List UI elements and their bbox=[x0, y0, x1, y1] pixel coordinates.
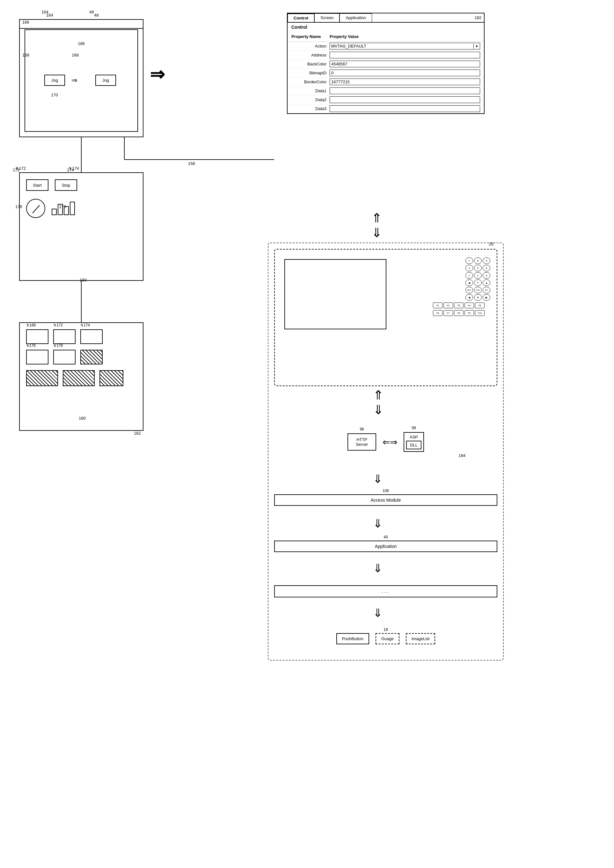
ref-label-168b: 168 bbox=[72, 53, 79, 58]
prop-row-data3: Data3 bbox=[288, 104, 484, 113]
prop-label-backcolor: BackColor bbox=[291, 62, 330, 66]
widget-row-gauge bbox=[26, 199, 136, 218]
bordercolor-input[interactable] bbox=[330, 78, 480, 85]
jog-right-arrow-icon: ⇒ bbox=[71, 76, 77, 84]
prop-label-bitmapid: BitmapID bbox=[291, 70, 330, 75]
icon-palette: ↯168 ↯172 ↯174 ↯176 ↯178 bbox=[19, 322, 143, 431]
action-select-text: MVTAG_DEFAULT bbox=[330, 43, 473, 49]
ref-label-172a2: ↯172 bbox=[15, 166, 26, 171]
prop-value-backcolor[interactable] bbox=[330, 61, 480, 67]
prop-label-action: Action bbox=[291, 44, 330, 48]
start-button[interactable]: Start bbox=[26, 179, 48, 191]
palette-row-2: ↯176 ↯178 bbox=[26, 350, 136, 364]
tab-screen[interactable]: Screen bbox=[314, 13, 340, 22]
screen-editor-inner: 166 Jog ⇒ Jog bbox=[25, 30, 138, 132]
label-166: 166 bbox=[78, 41, 85, 46]
ref-label-180: 180 bbox=[79, 416, 86, 421]
prop-row-data1: Data1 bbox=[288, 87, 484, 95]
ref-label-168a: 168 bbox=[22, 53, 29, 58]
property-tabs: Control Screen Application 182 bbox=[288, 13, 484, 23]
widget-row-buttons: Start Stop bbox=[26, 179, 136, 191]
prop-label-address: Address bbox=[291, 53, 330, 58]
ref-label-170: 170 bbox=[51, 93, 58, 97]
ref-172b: ↯172 bbox=[53, 323, 63, 327]
jog-button-left[interactable]: Jog bbox=[44, 75, 65, 86]
prop-label-data2: Data2 bbox=[291, 97, 330, 102]
palette-item-174 bbox=[80, 329, 103, 344]
palette-item-178 bbox=[53, 350, 76, 364]
ref-label-158: 158 bbox=[188, 161, 195, 166]
ref-label-174a2: ↯174 bbox=[68, 166, 79, 171]
diagram-container: 164 48 166 166 Jog ⇒ Jog 164 48 168 168 … bbox=[0, 0, 614, 868]
ref-168c: ↯168 bbox=[26, 323, 36, 327]
prop-row-bitmapid: BitmapID bbox=[288, 68, 484, 78]
ref-48: 48 bbox=[89, 9, 94, 14]
screen-editor-titlebar: 166 bbox=[20, 20, 143, 29]
prop-value-bordercolor[interactable] bbox=[330, 78, 480, 85]
svg-line-6 bbox=[33, 205, 40, 213]
action-select[interactable]: MVTAG_DEFAULT ▼ bbox=[330, 43, 480, 50]
ref-178b: ↯178 bbox=[53, 343, 63, 348]
ref-label-178a: 178 bbox=[59, 204, 66, 209]
palette-item-hatched-1 bbox=[80, 350, 103, 364]
ref-label-48: 48 bbox=[94, 13, 99, 17]
vert-double-arrow: ⇑ ⇓ bbox=[371, 211, 382, 240]
prop-header: Property Name Property Value bbox=[288, 31, 484, 42]
prop-row-bordercolor: BorderColor bbox=[288, 78, 484, 87]
bar-4 bbox=[70, 202, 75, 215]
screen-editor: 166 166 Jog ⇒ Jog bbox=[19, 19, 143, 137]
data3-input[interactable] bbox=[330, 105, 480, 112]
palette-item-172 bbox=[53, 329, 76, 344]
ref-label-162: 162 bbox=[134, 431, 141, 436]
palette-item-hatched-3 bbox=[63, 370, 95, 386]
palette-item-176 bbox=[26, 350, 48, 364]
stop-button[interactable]: Stop bbox=[55, 179, 77, 191]
prop-value-data1[interactable] bbox=[330, 87, 480, 94]
up-arrow-icon: ⇑ bbox=[371, 211, 382, 225]
property-panel: Control Screen Application 182 Control P… bbox=[287, 13, 485, 114]
ref-label-160: 160 bbox=[80, 278, 87, 282]
editor-title-label: 166 bbox=[20, 19, 32, 26]
prop-value-action: MVTAG_DEFAULT ▼ bbox=[330, 43, 480, 50]
gauge-widget bbox=[26, 199, 45, 218]
prop-label-data1: Data1 bbox=[291, 89, 330, 93]
bitmapid-input[interactable] bbox=[330, 70, 480, 76]
palette-row-1: ↯168 ↯172 ↯174 bbox=[26, 329, 136, 344]
prop-value-data3[interactable] bbox=[330, 105, 480, 112]
palette-item-hatched-2 bbox=[26, 370, 58, 386]
tab-control[interactable]: Control bbox=[288, 13, 314, 22]
address-input[interactable] bbox=[330, 52, 480, 58]
prop-row-backcolor: BackColor bbox=[288, 60, 484, 68]
right-flow-border bbox=[268, 243, 504, 661]
down-arrow-icon: ⇓ bbox=[371, 225, 382, 240]
big-right-arrow-icon: ⇒ bbox=[150, 64, 165, 84]
data2-input[interactable] bbox=[330, 96, 480, 103]
prop-col2-header: Property Value bbox=[330, 34, 480, 39]
prop-row-action: Action MVTAG_DEFAULT ▼ bbox=[288, 42, 484, 51]
prop-value-address[interactable] bbox=[330, 52, 480, 58]
prop-row-data2: Data2 bbox=[288, 95, 484, 104]
widget-panel: Start Stop bbox=[19, 172, 143, 281]
ref-label-164: 164 bbox=[46, 13, 53, 17]
ref-label-182: 182 bbox=[372, 13, 484, 22]
ref-label-176a: 176 bbox=[15, 204, 22, 209]
prop-row-address: Address bbox=[288, 51, 484, 60]
gauge-needle-icon bbox=[29, 202, 42, 215]
prop-value-bitmapid[interactable] bbox=[330, 70, 480, 76]
prop-label-bordercolor: BorderColor bbox=[291, 79, 330, 84]
data1-input[interactable] bbox=[330, 87, 480, 94]
palette-item-168 bbox=[26, 329, 48, 344]
prop-value-data2[interactable] bbox=[330, 96, 480, 103]
palette-row-3 bbox=[26, 370, 136, 386]
ref-174b: ↯174 bbox=[80, 323, 90, 327]
jog-button-right[interactable]: Jog bbox=[95, 75, 116, 86]
ref-176b: ↯176 bbox=[26, 343, 36, 348]
backcolor-input[interactable] bbox=[330, 61, 480, 67]
palette-item-hatched-4 bbox=[99, 370, 123, 386]
prop-label-data3: Data3 bbox=[291, 106, 330, 111]
prop-col1-header: Property Name bbox=[291, 34, 330, 39]
action-dropdown-icon[interactable]: ▼ bbox=[473, 44, 480, 49]
bar-1 bbox=[52, 209, 57, 215]
tab-application[interactable]: Application bbox=[340, 13, 372, 22]
panel-title: Control bbox=[288, 23, 484, 31]
